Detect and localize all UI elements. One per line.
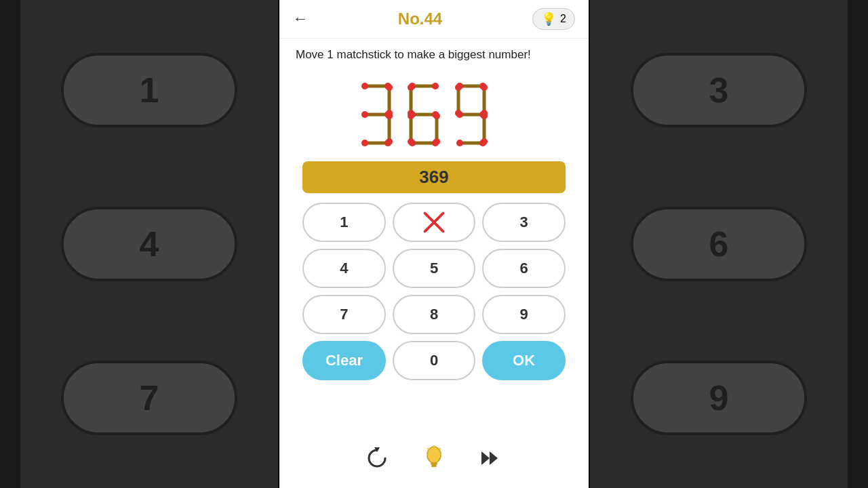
replay-button[interactable] [361,442,393,474]
instruction-text: Move 1 matchstick to make a biggest numb… [279,39,589,71]
skip-icon [479,446,503,470]
svg-point-29 [408,113,414,119]
svg-marker-59 [490,451,498,465]
svg-point-45 [455,84,462,91]
svg-point-13 [386,113,393,119]
svg-point-46 [455,110,462,117]
key-7[interactable]: 7 [302,295,386,334]
svg-point-31 [433,113,440,119]
svg-point-14 [386,138,393,145]
svg-point-50 [481,138,488,145]
svg-point-27 [408,84,414,91]
hint-badge[interactable]: 💡 2 [532,8,575,30]
svg-point-5 [361,83,368,89]
key-delete[interactable] [393,203,476,242]
bg-left-btn-4: 4 [61,207,237,281]
bg-left-btn-1: 1 [61,53,237,127]
key-9[interactable]: 9 [482,295,566,334]
svg-point-43 [456,140,463,146]
key-5[interactable]: 5 [393,249,476,288]
hint-icon: 💡 [541,12,556,26]
key-0[interactable]: 0 [393,341,476,380]
center-panel: ← No.44 💡 2 Move 1 matchstick to make a … [278,0,590,488]
svg-line-57 [427,448,429,449]
svg-line-56 [439,448,441,449]
key-8[interactable]: 8 [393,295,476,334]
key-1[interactable]: 1 [302,203,386,242]
svg-rect-54 [431,465,437,467]
bg-right-btn-9: 9 [631,361,807,435]
svg-point-47 [481,84,488,91]
key-ok[interactable]: OK [482,341,566,380]
svg-point-9 [361,140,368,146]
lightbulb-icon [422,445,446,472]
bg-left-btn-7: 7 [61,361,237,435]
keypad: 1 3 4 5 6 7 8 9 Clear 0 OK [302,203,566,380]
svg-point-32 [433,138,440,145]
bottom-toolbar [279,431,589,488]
top-bar: ← No.44 💡 2 [279,0,589,39]
key-clear[interactable]: Clear [302,341,386,380]
key-6[interactable]: 6 [482,249,566,288]
delete-x-icon [422,210,446,235]
svg-point-49 [481,113,488,119]
bg-right-btn-6: 6 [631,207,807,281]
svg-point-30 [408,138,414,145]
svg-point-7 [361,111,368,118]
svg-marker-58 [481,451,490,465]
svg-point-11 [386,84,393,91]
skip-button[interactable] [475,442,507,474]
bg-right-btn-3: 3 [631,53,807,127]
svg-rect-53 [431,462,437,465]
matchstick-display [279,71,589,156]
puzzle-number: No.44 [398,9,442,28]
hint-count: 2 [560,13,566,25]
key-3[interactable]: 3 [482,203,566,242]
back-button[interactable]: ← [293,10,308,28]
bg-left-panel: 1 4 7 [20,0,278,488]
matchstick-svg [353,78,515,152]
hint-button[interactable] [418,442,450,474]
answer-bar: 369 [302,161,566,193]
bg-right-panel: 3 6 9 [590,0,848,488]
svg-point-52 [427,447,441,463]
svg-point-22 [432,83,439,89]
key-4[interactable]: 4 [302,249,386,288]
replay-icon [365,446,389,470]
